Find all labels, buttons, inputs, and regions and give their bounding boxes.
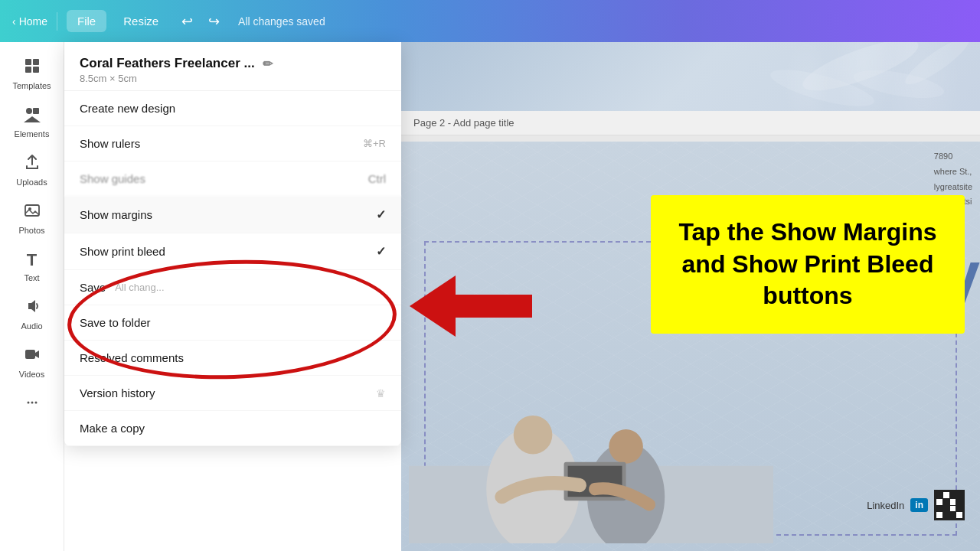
file-menu-dropdown: Coral Feathers Freelancer ... ✏ 8.5cm × … xyxy=(64,42,401,446)
svg-point-12 xyxy=(34,402,37,404)
show-print-bleed-check: ✓ xyxy=(376,244,386,259)
undo-redo-group: ↩ ↪ xyxy=(175,10,226,33)
save-to-folder-label: Save to folder xyxy=(80,316,151,329)
edit-title-icon[interactable]: ✏ xyxy=(263,57,273,71)
show-rulers-label: Show rulers xyxy=(80,137,140,150)
people-svg xyxy=(409,344,773,543)
make-a-copy-item[interactable]: Make a copy xyxy=(64,411,401,446)
sidebar-item-text-label: Text xyxy=(24,273,39,282)
show-margins-item[interactable]: Show margins ✓ xyxy=(64,197,401,233)
show-rulers-item[interactable]: Show rulers ⌘+R xyxy=(64,126,401,161)
svg-rect-1 xyxy=(33,59,39,65)
sidebar-item-uploads-label: Uploads xyxy=(16,178,47,187)
sidebar-item-templates[interactable]: Templates xyxy=(5,51,60,96)
save-label-group: Save All chang... xyxy=(80,281,165,294)
home-label: Home xyxy=(19,15,47,28)
sidebar-item-audio[interactable]: Audio xyxy=(5,292,60,337)
sidebar-item-templates-label: Templates xyxy=(12,81,51,90)
topbar: ‹ Home File Resize ↩ ↪ All changes saved xyxy=(0,0,980,42)
svg-point-21 xyxy=(609,429,643,464)
resolved-comments-item[interactable]: Resolved comments xyxy=(64,341,401,376)
annotation-text: Tap the Show Margins and Show Print Blee… xyxy=(669,217,946,312)
page-title-text: Page 2 - Add page title xyxy=(413,117,514,129)
svg-rect-7 xyxy=(25,205,39,216)
svg-point-19 xyxy=(514,416,553,455)
crown-icon: ♛ xyxy=(376,387,386,399)
save-status: All changes saved xyxy=(238,15,325,28)
svg-rect-5 xyxy=(33,108,39,114)
svg-rect-0 xyxy=(25,59,31,65)
sidebar-item-uploads[interactable]: Uploads xyxy=(5,148,60,193)
phone-number: 7890 xyxy=(934,149,972,165)
svg-marker-6 xyxy=(24,116,41,122)
file-menu-header: Coral Feathers Freelancer ... ✏ 8.5cm × … xyxy=(64,42,401,91)
svg-point-11 xyxy=(31,402,33,404)
linkedin-text: LinkedIn xyxy=(867,500,904,511)
undo-button[interactable]: ↩ xyxy=(175,10,199,33)
linkedin-badge: in xyxy=(910,498,928,512)
sidebar-item-elements-label: Elements xyxy=(15,129,50,139)
redo-button[interactable]: ↪ xyxy=(202,10,226,33)
version-history-label: Version history xyxy=(80,386,155,399)
save-item[interactable]: Save All chang... xyxy=(64,270,401,305)
sidebar-item-photos-label: Photos xyxy=(18,226,44,235)
people-image-area xyxy=(409,344,773,543)
show-rulers-shortcut: ⌘+R xyxy=(363,138,386,149)
show-print-bleed-item[interactable]: Show print bleed ✓ xyxy=(64,233,401,270)
show-guides-shortcut: Ctrl xyxy=(368,172,386,185)
create-new-design-item[interactable]: Create new design xyxy=(64,91,401,126)
file-dimensions: 8.5cm × 5cm xyxy=(80,73,386,84)
svg-rect-3 xyxy=(33,67,39,73)
canvas-feather-svg xyxy=(401,42,980,111)
more-icon xyxy=(24,394,41,415)
svg-rect-2 xyxy=(25,67,31,73)
topbar-divider xyxy=(57,12,57,31)
save-label: Save xyxy=(80,281,106,294)
sidebar-item-more[interactable] xyxy=(5,388,60,421)
resolved-comments-label: Resolved comments xyxy=(80,351,184,364)
show-guides-item[interactable]: Show guides Ctrl xyxy=(64,161,401,197)
canvas-top-stripe xyxy=(401,42,980,111)
annotation-box: Tap the Show Margins and Show Print Blee… xyxy=(651,195,965,334)
sidebar-item-videos-label: Videos xyxy=(19,370,44,379)
version-history-item[interactable]: Version history ♛ xyxy=(64,376,401,411)
svg-point-4 xyxy=(26,108,32,114)
qr-code xyxy=(934,490,965,520)
file-button[interactable]: File xyxy=(67,10,106,32)
save-status-inline: All chang... xyxy=(115,282,164,293)
sidebar: Templates Elements Uploads Photos T Text… xyxy=(0,42,64,551)
file-title-text: Coral Feathers Freelancer ... xyxy=(80,56,255,71)
sidebar-item-photos[interactable]: Photos xyxy=(5,196,60,241)
save-to-folder-item[interactable]: Save to folder xyxy=(64,305,401,341)
sidebar-item-elements[interactable]: Elements xyxy=(5,99,60,145)
address-line2: lygreatsite xyxy=(934,180,972,195)
text-icon: T xyxy=(27,250,37,270)
linkedin-area: LinkedIn in xyxy=(867,490,965,520)
svg-rect-9 xyxy=(25,350,35,359)
chevron-left-icon: ‹ xyxy=(12,15,16,28)
photos-icon xyxy=(24,202,41,223)
audio-icon xyxy=(24,298,41,318)
back-home-button[interactable]: ‹ Home xyxy=(12,15,47,28)
show-margins-check: ✓ xyxy=(376,207,386,222)
show-print-bleed-label: Show print bleed xyxy=(80,245,165,258)
sidebar-item-videos[interactable]: Videos xyxy=(5,340,60,385)
show-margins-label: Show margins xyxy=(80,208,152,221)
create-new-design-label: Create new design xyxy=(80,102,175,115)
address-line1: where St., xyxy=(934,165,972,180)
sidebar-item-text[interactable]: T Text xyxy=(5,244,60,289)
svg-point-10 xyxy=(27,402,29,404)
elements-icon xyxy=(24,106,41,126)
make-a-copy-label: Make a copy xyxy=(80,422,145,435)
videos-icon xyxy=(24,346,41,367)
uploads-icon xyxy=(24,154,41,174)
sidebar-item-audio-label: Audio xyxy=(21,321,42,331)
file-menu-title-row: Coral Feathers Freelancer ... ✏ xyxy=(80,56,386,71)
page-title-bar: Page 2 - Add page title xyxy=(401,111,980,135)
templates-icon xyxy=(24,57,41,78)
show-guides-label: Show guides xyxy=(80,172,145,185)
resize-button[interactable]: Resize xyxy=(113,10,169,32)
